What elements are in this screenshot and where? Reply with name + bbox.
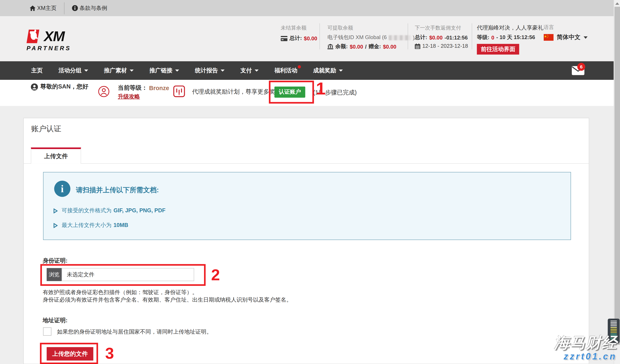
verify-account-button[interactable]: 认证账户 — [274, 87, 305, 98]
watermark-brand: 海马财经 — [555, 333, 618, 353]
header-divider-3 — [472, 23, 472, 49]
level-label: 当前等级： — [118, 84, 147, 91]
balance-value: $0.00 — [350, 44, 363, 50]
greeting-text: 尊敬的SAN，您好 — [40, 83, 89, 91]
header-divider-2 — [408, 23, 408, 49]
withdrawable-title: 可提取余额 — [327, 25, 415, 32]
nav-item-payments[interactable]: 支付 — [240, 67, 259, 74]
identity-note-line1: 有效护照或者身份证彩色扫描件（例如：驾驶证，身份证等）。 — [43, 288, 198, 296]
promo-level-value: 0 — [491, 34, 494, 41]
language-selector[interactable]: 简体中文 — [544, 34, 588, 41]
program-note: 代理成就奖励计划，尊享更多奖励！ — [192, 88, 287, 96]
user-icon — [31, 83, 38, 90]
next-payout-block: 下一次手数返佣支付 总计: $0.00 -01:12:56 12-18 - 20… — [415, 25, 468, 49]
nav-item-campaign-groups[interactable]: 活动分组 — [59, 67, 88, 74]
user-bar: 尊敬的SAN，您好 ! 当前等级： Bronze 升级攻略 代理成 — [0, 80, 620, 106]
credit-card-icon — [281, 36, 288, 41]
withdrawable-balance-block: 可提取余额 电子钱包ID XM Global (6 ) 余额: $0.00 / … — [327, 25, 415, 50]
nav-item-promo-materials[interactable]: 推广素材 — [104, 67, 134, 74]
info-icon — [72, 5, 78, 11]
chevron-down-icon — [255, 70, 259, 72]
payout-date-range: 12-18 - 2023-12-18 — [422, 43, 468, 49]
logo-text: XM — [44, 29, 64, 44]
language-value: 简体中文 — [557, 34, 581, 41]
balance-separator: / — [365, 44, 367, 50]
upgrade-guide-link[interactable]: 升级攻略 — [118, 93, 140, 100]
nav-label: 主页 — [31, 67, 43, 74]
promo-level-label: 等级: — [477, 34, 489, 41]
unsettled-balance-block: 未结算余额 总计: $0.00 — [281, 25, 317, 42]
topbar-home-label: XM主页 — [37, 4, 57, 12]
bonus-label: 赠金: — [369, 43, 381, 50]
calendar-icon — [415, 43, 420, 49]
triangle-bullet-icon — [53, 223, 58, 228]
nav-label: 推广链接 — [150, 67, 172, 74]
unsettled-total-label: 总计: — [289, 35, 302, 42]
nav-item-benefits[interactable]: 福利活动 — [274, 67, 297, 74]
tab-upload-files[interactable]: 上传文件 — [31, 147, 81, 164]
address-checkbox-note: 如果您的身份证明地址与居住国家不同，请同时上传地址证明。 — [57, 328, 212, 335]
info-heading: 请扫描并上传以下所需文档: — [76, 185, 159, 195]
xm-bull-icon — [27, 29, 43, 44]
mailbox-button[interactable]: 6 — [572, 66, 584, 77]
promo-title: 代理巅峰对决，人人享豪礼 — [477, 25, 543, 32]
wallet-id-prefix: 电子钱包ID XM Global (6 — [327, 34, 387, 41]
main-nav: 主页 活动分组 推广素材 推广链接 统计报告 支付 福利活动 成就奖励 6 — [0, 61, 620, 80]
topbar-terms-link[interactable]: 条款与条例 — [72, 4, 107, 12]
nav-label: 活动分组 — [59, 67, 81, 74]
promo-cta-button[interactable]: 前往活动界面 — [477, 44, 519, 55]
verification-card: 账户认证 上传文件 i 请扫描并上传以下所需文档: 可接受的文件格式为GIF, … — [23, 118, 589, 364]
unsettled-total-value: $0.00 — [304, 35, 317, 41]
watermark-site: zzrt01.cn — [564, 351, 617, 362]
payout-total-value: $0.00 — [429, 34, 443, 41]
nav-label: 推广素材 — [104, 67, 127, 74]
chevron-down-icon — [84, 70, 88, 72]
unsettled-title: 未结算余额 — [281, 25, 317, 32]
chevron-down-icon — [175, 70, 179, 72]
annotation-number-2: 2 — [211, 267, 220, 283]
level-value: Bronze — [149, 85, 169, 91]
next-payout-title: 下一次手数返佣支付 — [415, 25, 468, 32]
info-bullet-size: 最大上传文件大小为10MB — [53, 222, 128, 229]
nav-item-home[interactable]: 主页 — [31, 67, 43, 74]
nav-label: 福利活动 — [274, 67, 297, 74]
china-flag-icon — [544, 34, 554, 41]
page-title: 账户认证 — [31, 124, 61, 134]
mail-badge: 6 — [577, 63, 585, 71]
identity-note-line2: 身份证必须为有效证件并包含客户全名、有效期、客户住址、出生日期或纳税人识别号以及… — [43, 296, 292, 304]
file-input-field[interactable]: 未选定文件 — [62, 268, 194, 281]
info-bullet-formats: 可接受的文件格式为GIF, JPG, PNG, PDF — [53, 207, 165, 214]
scrollbar — [614, 0, 620, 364]
chevron-down-icon — [221, 70, 225, 72]
xm-partners-logo[interactable]: XM PARTNERS — [27, 29, 71, 51]
nav-item-reports[interactable]: 统计报告 — [195, 67, 225, 74]
nav-item-promo-links[interactable]: 推广链接 — [150, 67, 179, 74]
bullet-bold: 10MB — [113, 222, 128, 228]
equalizer-white-bars — [610, 321, 617, 327]
upload-files-button[interactable]: 上传您的文件 — [47, 347, 93, 361]
scrollbar-up-arrow[interactable] — [615, 2, 619, 4]
promo-block: 代理巅峰对决，人人享豪礼 等级: 0 - 10 天 15:12:56 前往活动界… — [477, 25, 543, 55]
scrollbar-thumb[interactable] — [614, 7, 620, 345]
bullet-text: 可接受的文件格式为 — [62, 207, 111, 213]
nav-item-achievements[interactable]: 成就奖励 — [313, 67, 343, 74]
promo-level-suffix: - 10 天 15:12:56 — [496, 34, 535, 41]
language-title: 语言 — [544, 24, 588, 31]
equalizer-yellow-bars — [610, 327, 617, 334]
chevron-down-icon — [130, 70, 134, 72]
header-divider-1 — [319, 23, 320, 49]
payout-countdown: -01:12:56 — [445, 34, 468, 41]
chevron-down-icon — [584, 36, 588, 38]
bonus-value: $0.00 — [383, 44, 397, 50]
address-checkbox[interactable] — [43, 327, 51, 336]
nav-label: 成就奖励 — [313, 67, 336, 74]
browse-button[interactable]: 浏览 — [47, 268, 62, 281]
payout-total-label: 总计: — [415, 34, 427, 41]
wallet-id-suffix: ) — [413, 34, 415, 41]
bank-icon — [327, 44, 333, 49]
page: XM主页 条款与条例 XM PARTNERS 未结算余额 总计: — [0, 0, 620, 364]
home-icon — [30, 5, 36, 11]
logo-subtext: PARTNERS — [27, 45, 71, 51]
nav-label: 统计报告 — [195, 67, 218, 74]
topbar-home-link[interactable]: XM主页 — [30, 4, 56, 12]
